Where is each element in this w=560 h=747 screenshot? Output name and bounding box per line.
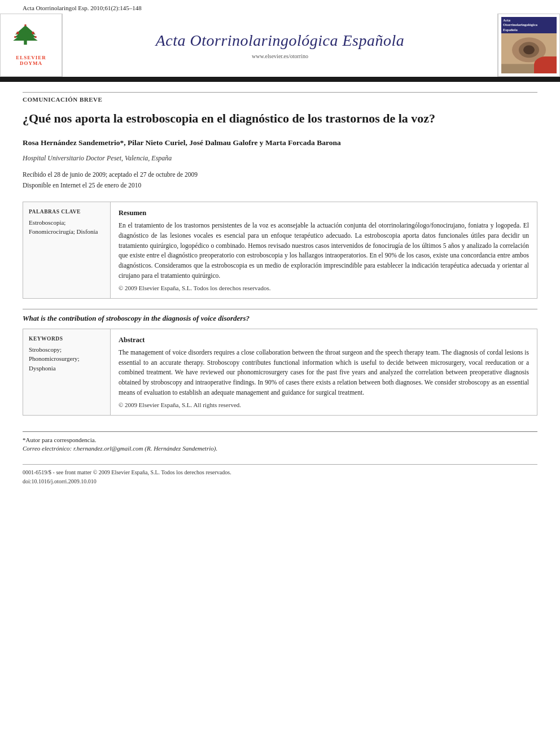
english-keywords-list: Stroboscopy; Phonomicrosurgery; Dysphoni… — [29, 345, 104, 373]
dates: Recibido el 28 de junio de 2009; aceptad… — [23, 169, 537, 191]
english-copyright: © 2009 Elsevier España, S.L. All rights … — [119, 401, 529, 408]
email-person: (R. Hernández Sandemetrio). — [145, 445, 217, 452]
svg-point-7 — [34, 36, 37, 38]
citation-text: Acta Otorrinolaringol Esp. 2010;61(2):14… — [0, 0, 560, 14]
doi-line: doi:10.1016/j.otorri.2009.10.010 — [23, 477, 537, 486]
date-received: Recibido el 28 de junio de 2009; aceptad… — [23, 169, 537, 181]
spanish-keywords-column: PALABRAS CLAVE Estroboscopia; Fonomicroc… — [23, 202, 111, 298]
page: Acta Otorrinolaringol Esp. 2010;61(2):14… — [0, 0, 560, 747]
spanish-keywords-list: Estroboscopia; Fonomicrocirugía; Disfoní… — [29, 218, 104, 237]
affiliation: Hospital Universitario Doctor Peset, Val… — [23, 154, 537, 163]
email-label: Correo electrónico: — [23, 445, 72, 452]
bottom-footer: 0001-6519/$ - see front matter © 2009 El… — [23, 464, 537, 486]
elsevier-doyma-logo: ELSEVIER DOYMA — [0, 14, 62, 77]
journal-title: Acta Otorrinolaringológica Española — [156, 32, 405, 50]
english-abstract-section: KEYWORDS Stroboscopy; Phonomicrosurgery;… — [23, 329, 537, 416]
footnote-author: *Autor para correspondencia. — [23, 436, 537, 443]
svg-rect-0 — [24, 40, 27, 44]
right-logo-image — [501, 33, 557, 73]
english-keywords-label: KEYWORDS — [29, 336, 104, 342]
english-abstract-heading: Abstract — [119, 336, 529, 344]
svg-rect-13 — [535, 62, 555, 73]
spanish-copyright: © 2009 Elsevier España, S.L. Todos los d… — [119, 285, 529, 291]
elsevier-logo-image — [8, 24, 54, 55]
svg-point-4 — [16, 32, 19, 34]
spanish-keywords-label: PALABRAS CLAVE — [29, 209, 104, 215]
english-keywords-column: KEYWORDS Stroboscopy; Phonomicrosurgery;… — [23, 329, 111, 415]
svg-rect-14 — [501, 64, 536, 73]
right-logo-content: Acta Otorrinolaringológica Española — [501, 17, 557, 73]
svg-point-6 — [14, 36, 16, 38]
right-logo-title: Acta Otorrinolaringológica Española — [501, 17, 557, 33]
email-address: r.hernandez.orl@gmail.com — [73, 445, 143, 452]
main-content: COMUNICACIÓN BREVE ¿Qué nos aporta la es… — [0, 82, 560, 497]
english-abstract-text: The management of voice disorders requir… — [119, 348, 529, 398]
english-section: What is the contribution of stroboscopy … — [23, 309, 537, 416]
spanish-abstract-heading: Resumen — [119, 209, 529, 217]
date-available: Disponible en Internet el 25 de enero de… — [23, 180, 537, 191]
issn-line: 0001-6519/$ - see front matter © 2009 El… — [23, 468, 537, 477]
journal-right-logo: Acta Otorrinolaringológica Española — [498, 14, 560, 77]
journal-header: ELSEVIER DOYMA Acta Otorrinolaringológic… — [0, 14, 560, 78]
footer-section: *Autor para correspondencia. Correo elec… — [23, 431, 537, 452]
footnote-email: Correo electrónico: r.hernandez.orl@gmai… — [23, 445, 537, 452]
spanish-abstract-text: En el tratamiento de los trastornos pers… — [119, 221, 529, 281]
spanish-abstract-section: PALABRAS CLAVE Estroboscopia; Fonomicroc… — [23, 202, 537, 299]
journal-title-area: Acta Otorrinolaringológica Española www.… — [62, 14, 498, 77]
svg-point-8 — [24, 24, 27, 27]
svg-point-12 — [523, 46, 535, 55]
spanish-abstract-column: Resumen En el tratamiento de los trastor… — [111, 202, 537, 298]
section-label: COMUNICACIÓN BREVE — [23, 92, 537, 103]
doyma-label: DOYMA — [20, 60, 42, 66]
article-title: ¿Qué nos aporta la estroboscopia en el d… — [23, 111, 537, 127]
svg-point-5 — [32, 32, 34, 34]
elsevier-label: ELSEVIER — [16, 55, 46, 61]
english-abstract-column: Abstract The management of voice disorde… — [111, 329, 537, 415]
authors: Rosa Hernández Sandemetrio*, Pilar Nieto… — [23, 137, 537, 148]
journal-url: www.elsevier.es/otorrino — [252, 53, 308, 59]
english-article-title: What is the contribution of stroboscopy … — [23, 309, 537, 323]
